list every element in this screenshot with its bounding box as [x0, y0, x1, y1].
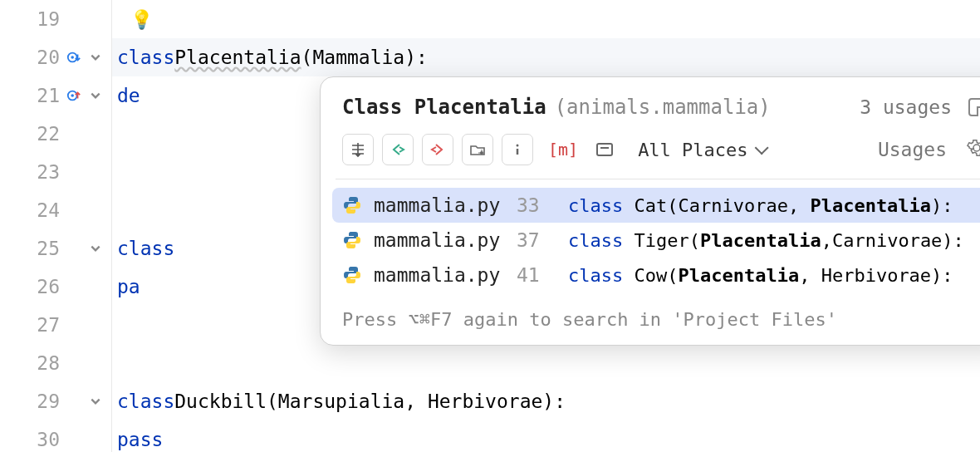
line-number: 26 [32, 276, 60, 297]
nav-next-icon[interactable] [422, 134, 453, 165]
code-line[interactable]: 💡 [112, 0, 980, 38]
code-line[interactable]: class Duckbill(Marsupialia, Herbivorae): [112, 382, 980, 420]
gutter-row[interactable]: 21 [0, 76, 111, 115]
scope-dropdown[interactable]: All Places [638, 140, 764, 160]
gutter-row[interactable]: 29 [0, 382, 111, 420]
usage-line-number: 37 [517, 229, 556, 251]
usage-code-preview: class Cat(Carnivorae, Placentalia): [568, 195, 953, 216]
sort-icon[interactable] [342, 134, 374, 165]
line-number: 20 [32, 47, 60, 68]
usage-row[interactable]: mammalia.py 33 class Cat(Carnivorae, Pla… [332, 188, 980, 223]
usage-line-number: 33 [517, 194, 556, 216]
gutter-row[interactable]: 26 [0, 268, 111, 306]
usage-row[interactable]: mammalia.py 37 class Tiger(Placentalia,C… [332, 223, 980, 258]
gutter-row[interactable]: 19 [0, 0, 111, 38]
usage-line-number: 41 [517, 264, 556, 286]
usages-popup: Class Placentalia (animals.mammalia) 3 u… [320, 76, 980, 346]
svg-point-5 [517, 145, 519, 147]
match-case-icon[interactable]: [m] [548, 140, 578, 160]
line-number: 25 [32, 238, 60, 259]
popup-footer-hint: Press ⌥⌘F7 again to search in 'Project F… [321, 299, 980, 345]
code-editor: 19 20 21 22 23 24 25 [0, 0, 980, 452]
usage-row[interactable]: mammalia.py 41 class Cow(Placentalia, He… [332, 258, 980, 292]
override-down-icon[interactable] [66, 50, 81, 65]
usage-file: mammalia.py [374, 264, 505, 286]
usage-code-preview: class Tiger(Placentalia,Carnivorae): [568, 230, 964, 251]
line-number: 30 [32, 429, 60, 450]
gear-icon[interactable] [967, 138, 980, 162]
code-line[interactable]: pass [112, 420, 980, 452]
line-number: 29 [32, 391, 60, 412]
python-file-icon [342, 230, 362, 250]
usage-list: mammalia.py 33 class Cat(Carnivorae, Pla… [321, 179, 980, 299]
chevron-down-icon [754, 140, 768, 155]
gutter-row[interactable]: 25 [0, 229, 111, 268]
line-number: 22 [32, 123, 60, 145]
line-number: 19 [32, 8, 60, 30]
override-up-icon[interactable] [66, 88, 81, 103]
popup-header: Class Placentalia (animals.mammalia) 3 u… [321, 77, 980, 134]
preview-icon[interactable] [596, 143, 613, 156]
python-file-icon [342, 265, 362, 285]
gutter-row[interactable]: 28 [0, 344, 111, 382]
usage-code-preview: class Cow(Placentalia, Herbivorae): [568, 265, 953, 286]
folder-icon[interactable] [462, 134, 493, 165]
svg-point-3 [71, 94, 74, 97]
line-number: 21 [32, 85, 60, 106]
gutter-row[interactable]: 27 [0, 306, 111, 344]
nav-prev-icon[interactable] [382, 134, 414, 165]
scope-label: All Places [638, 140, 747, 160]
gutter-row[interactable]: 30 [0, 420, 111, 452]
fold-chevron-icon[interactable] [88, 88, 103, 103]
fold-chevron-icon[interactable] [88, 241, 103, 256]
svg-point-1 [71, 56, 74, 59]
fold-chevron-icon[interactable] [88, 50, 103, 65]
popup-toolbar: [m] All Places Usages [321, 134, 980, 179]
bulb-icon[interactable]: 💡 [130, 9, 153, 30]
fold-chevron-icon[interactable] [88, 394, 103, 409]
usages-label[interactable]: Usages [878, 139, 947, 160]
info-icon[interactable] [502, 134, 533, 165]
gutter-row[interactable]: 23 [0, 153, 111, 191]
expand-icon[interactable] [968, 98, 980, 116]
python-file-icon [342, 195, 362, 215]
popup-subtitle: (animals.mammalia) [555, 96, 771, 119]
code-line[interactable] [112, 344, 980, 382]
usage-file: mammalia.py [374, 229, 505, 251]
code-line[interactable]: class Placentalia(Mammalia): [112, 38, 980, 76]
line-number: 28 [32, 352, 60, 374]
gutter-row[interactable]: 24 [0, 191, 111, 229]
gutter-row[interactable]: 20 [0, 38, 111, 76]
popup-title: Class Placentalia [342, 96, 546, 119]
gutter-row[interactable]: 22 [0, 115, 111, 153]
line-number: 24 [32, 199, 60, 221]
usages-count: 3 usages [860, 96, 952, 118]
code-area[interactable]: 💡 class Placentalia(Mammalia): de class … [112, 0, 980, 452]
usage-file: mammalia.py [374, 194, 505, 216]
gutter: 19 20 21 22 23 24 25 [0, 0, 112, 452]
line-number: 27 [32, 314, 60, 336]
line-number: 23 [32, 161, 60, 183]
